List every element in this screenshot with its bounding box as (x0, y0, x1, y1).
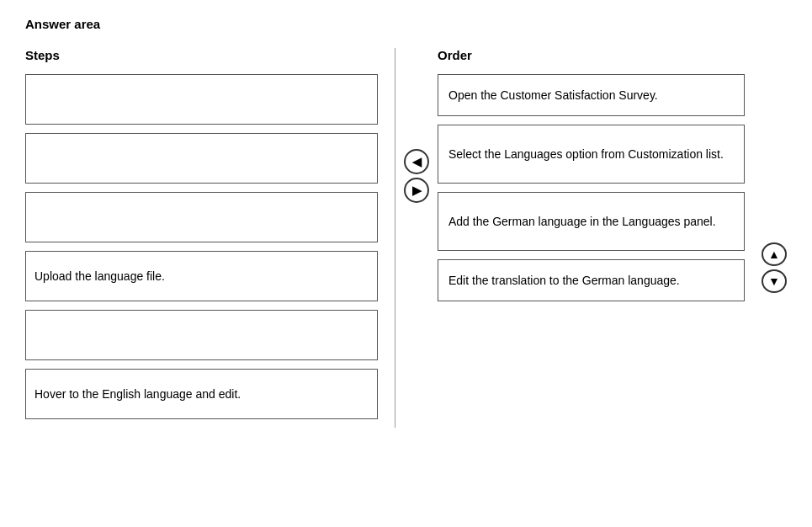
order-column: Order Open the Customer Satisfaction Sur… (438, 48, 787, 310)
transfer-controls: ◀ ▶ (395, 48, 438, 203)
step-slot-6[interactable]: Hover to the English language and edit. (25, 369, 378, 419)
order-item-4[interactable]: Edit the translation to the German langu… (438, 259, 745, 301)
steps-column: Steps Upload the language file. Hover to… (25, 48, 395, 428)
order-item-1-text: Open the Customer Satisfaction Survey. (448, 88, 658, 102)
move-down-button[interactable]: ▼ (762, 269, 787, 293)
step-slot-5[interactable] (25, 310, 378, 360)
move-up-button[interactable]: ▲ (762, 242, 787, 266)
step-slot-1[interactable] (25, 74, 378, 125)
step-slot-6-text: Hover to the English language and edit. (34, 387, 241, 401)
step-slot-3[interactable] (25, 192, 378, 242)
order-item-3-text: Add the German language in the Languages… (448, 215, 716, 228)
move-left-button[interactable]: ◀ (404, 149, 429, 174)
move-right-button[interactable]: ▶ (404, 178, 429, 203)
order-item-1[interactable]: Open the Customer Satisfaction Survey. (438, 74, 745, 116)
order-item-3[interactable]: Add the German language in the Languages… (438, 192, 745, 251)
step-slot-2[interactable] (25, 133, 378, 184)
order-items-list: Open the Customer Satisfaction Survey. S… (438, 74, 787, 301)
reorder-controls: ▲ ▼ (762, 74, 787, 301)
answer-area: Answer area Steps Upload the language fi… (25, 17, 787, 428)
order-item-4-text: Edit the translation to the German langu… (448, 274, 680, 287)
steps-header: Steps (25, 48, 378, 62)
order-item-2[interactable]: Select the Languages option from Customi… (438, 125, 745, 184)
step-slot-4[interactable]: Upload the language file. (25, 251, 378, 301)
order-item-2-text: Select the Languages option from Customi… (448, 147, 724, 161)
page-title: Answer area (25, 17, 787, 31)
order-header: Order (438, 48, 787, 62)
step-slot-4-text: Upload the language file. (34, 269, 165, 283)
